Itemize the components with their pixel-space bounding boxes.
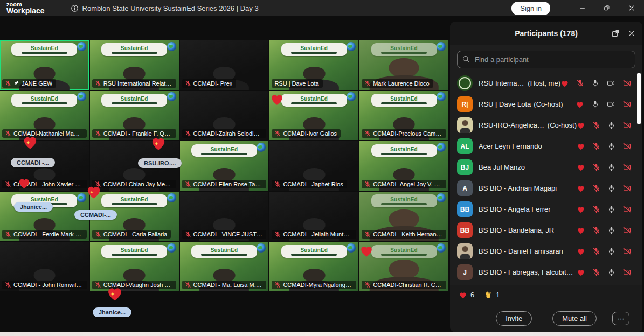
video-tile[interactable]: SustainEd CCMADI-Nathaniel Manzo bbox=[0, 91, 89, 141]
virtual-background-banner: SustainEd bbox=[371, 194, 437, 207]
mic-off-icon bbox=[5, 282, 11, 288]
participant-row[interactable]: BB BS BIO - Bandelaria, JR bbox=[450, 220, 642, 241]
video-tile[interactable]: SustainEd CCMADI - VINCE JUSTIN ... bbox=[180, 192, 269, 241]
virtual-background-text: SustainEd bbox=[121, 45, 148, 51]
restore-button[interactable] bbox=[594, 0, 619, 16]
mic-on-icon bbox=[607, 163, 615, 171]
video-tile[interactable]: SustainEd CCMADI-Ellen Rose Tabuac bbox=[180, 141, 269, 191]
org-logo-graphic bbox=[459, 77, 471, 89]
participants-list[interactable]: RSU International Relations Off... (Host… bbox=[450, 72, 642, 285]
video-tile[interactable]: SustainEd CCMADI- Angel Joy V. Ba... bbox=[359, 141, 448, 191]
reaction-sender-pill: RSU-IRO-... bbox=[138, 158, 182, 168]
tile-name-label: CCMADI - John Xavier Re... bbox=[2, 180, 87, 188]
video-tile[interactable]: SustainEd CCMADI - Jellaih Munton... bbox=[269, 192, 358, 241]
close-panel-button[interactable] bbox=[626, 28, 637, 39]
tile-name-label: CCMADI - Keith Hernand... bbox=[362, 230, 446, 239]
virtual-background-banner: SustainEd bbox=[281, 245, 347, 258]
sign-in-button[interactable]: Sign in bbox=[511, 2, 550, 15]
heart-icon bbox=[459, 291, 467, 299]
video-tile[interactable]: SustainEd CCMADI - John Romwil F... bbox=[0, 242, 89, 291]
earth-globe-graphic bbox=[167, 92, 176, 101]
avatar: BJ bbox=[457, 159, 473, 175]
video-tile[interactable]: SustainEd CCMADI-Zairah Selodio, ... bbox=[180, 91, 269, 141]
mic-off-icon bbox=[274, 282, 281, 288]
tile-participant-name: CCMADI - Ma. Luisa M. Pi... bbox=[193, 282, 263, 288]
heart-reaction-icon bbox=[577, 268, 585, 277]
video-tile[interactable]: SustainEd JANE GEW bbox=[0, 40, 89, 90]
heart-reaction-icon bbox=[577, 184, 585, 193]
participants-panel-footer: Invite Mute all ··· bbox=[450, 304, 642, 332]
tile-name-label: CCMADI - Jellaih Munton... bbox=[272, 230, 356, 239]
tile-name-label: CCMADI- Angel Joy V. Ba... bbox=[362, 180, 446, 188]
tile-name-label: CCMADI-Vaughn Josh Re... bbox=[92, 281, 177, 289]
video-tile[interactable]: SustainEd CCMADI - Japhet Rios bbox=[269, 141, 358, 191]
tile-name-label: Mark Laurence Dioco bbox=[362, 79, 433, 88]
pin-icon bbox=[13, 80, 19, 86]
tile-name-label: CCMADI-Myra Ngalongal... bbox=[272, 281, 356, 289]
earth-globe-graphic bbox=[347, 92, 356, 101]
earth-globe-graphic bbox=[167, 193, 176, 202]
heart-reaction bbox=[17, 176, 31, 192]
mic-off-icon bbox=[576, 79, 584, 87]
participant-row[interactable]: R| RSU | Dave Lota (Co-host) bbox=[450, 94, 642, 115]
participant-row[interactable]: A BS BIO - Andrian Magapi bbox=[450, 178, 642, 199]
pop-out-panel-button[interactable] bbox=[610, 28, 621, 39]
video-tile[interactable]: SustainEd CCMADI - Frankie F. Quar... bbox=[90, 91, 179, 141]
info-icon[interactable] bbox=[71, 4, 79, 12]
tile-participant-name: CCMADI-Chian Jay Medina bbox=[103, 181, 173, 187]
invite-button[interactable]: Invite bbox=[496, 311, 532, 326]
heart-reaction-icon bbox=[577, 121, 585, 130]
mic-on-icon bbox=[607, 247, 615, 255]
video-tile[interactable]: SustainEd Mark Laurence Dioco bbox=[359, 40, 448, 90]
virtual-background-text: SustainEd bbox=[211, 146, 238, 152]
close-icon bbox=[628, 4, 635, 12]
participant-name: BS BIO - Andrian Magapi bbox=[479, 184, 557, 192]
mic-off-icon bbox=[592, 184, 600, 192]
participant-row[interactable]: AL Acer Leyn Fernando bbox=[450, 136, 642, 157]
participant-row[interactable]: RSU International Relations Off... (Host… bbox=[450, 73, 642, 94]
avatar: A bbox=[457, 180, 473, 196]
more-options-button[interactable]: ··· bbox=[612, 312, 629, 325]
mic-off-icon bbox=[592, 142, 600, 150]
search-input[interactable] bbox=[457, 51, 635, 68]
participant-row[interactable]: BB BS BIO - Angela Ferrer bbox=[450, 199, 642, 220]
mic-off-icon bbox=[5, 231, 11, 237]
tile-participant-name: CCMADI-Zairah Selodio, ... bbox=[193, 130, 263, 137]
mute-all-button[interactable]: Mute all bbox=[552, 311, 597, 326]
mic-off-icon bbox=[364, 80, 371, 87]
participant-row[interactable]: BB BS BIO - Floriano Madali bbox=[450, 283, 642, 285]
mic-off-icon bbox=[592, 268, 600, 276]
participant-row[interactable]: RSU-IRO-Angelica Galindez (Co-host) bbox=[450, 115, 642, 136]
mic-on-icon bbox=[591, 79, 599, 87]
tile-participant-name: CCMADI - Carla Fallaria bbox=[103, 231, 168, 237]
participant-name: RSU International Relations Off... bbox=[479, 79, 525, 87]
virtual-background-text: SustainEd bbox=[300, 247, 328, 253]
zoom-meeting-window: zoom Workplace Romblon State University … bbox=[0, 0, 644, 336]
video-tile[interactable]: SustainEd CCMADI - Keith Hernand... bbox=[359, 192, 448, 241]
virtual-background-banner: SustainEd bbox=[101, 94, 167, 107]
tile-participant-name: CCMADI - Japhet Rios bbox=[283, 181, 343, 187]
mic-off-icon bbox=[95, 282, 101, 288]
close-window-button[interactable] bbox=[619, 0, 644, 16]
video-tile[interactable]: SustainEd RSU International Relatio... bbox=[90, 40, 179, 90]
minimize-button[interactable] bbox=[570, 0, 594, 16]
video-tile[interactable]: SustainEd CCMADI-Myra Ngalongal... bbox=[269, 242, 358, 291]
video-tile[interactable]: SustainEd CCMADI - Ma. Luisa M. Pi... bbox=[180, 242, 269, 291]
virtual-background-banner: SustainEd bbox=[371, 43, 437, 56]
mic-off-icon bbox=[185, 181, 191, 187]
video-tile[interactable]: SustainEd CCMADI-Vaughn Josh Re... bbox=[90, 242, 179, 291]
participant-row[interactable]: BJ Bea Jul Manzo bbox=[450, 157, 642, 178]
virtual-background-banner: SustainEd bbox=[191, 144, 257, 157]
scrollbar-thumb[interactable] bbox=[637, 73, 641, 124]
earth-globe-graphic bbox=[257, 143, 266, 152]
virtual-background-banner: SustainEd bbox=[371, 94, 437, 107]
participant-row[interactable]: J BS BIO - Fabregas, Falcubit, Gercan bbox=[450, 262, 642, 283]
video-tile[interactable]: SustainEd CCMADI-Precious Camill... bbox=[359, 91, 448, 141]
close-icon bbox=[627, 29, 636, 38]
video-tile[interactable]: SustainEd CCMADI- Prex bbox=[180, 40, 269, 90]
mic-off-icon bbox=[95, 231, 101, 237]
video-tile[interactable]: SustainEd RSU | Dave Lota bbox=[269, 40, 358, 90]
heart-reaction-icon bbox=[106, 284, 124, 303]
participant-row[interactable]: BS BIO - Daniel Famisaran bbox=[450, 241, 642, 262]
heart-reaction-icon bbox=[577, 163, 585, 172]
